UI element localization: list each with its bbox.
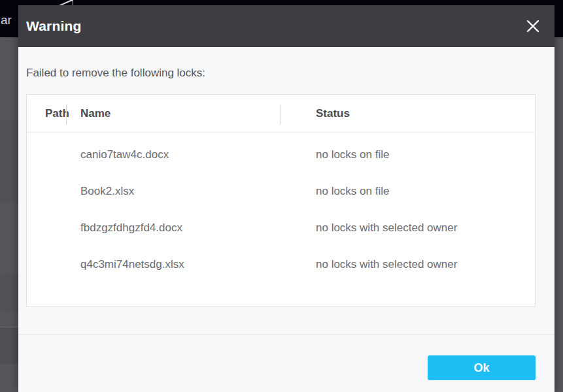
column-resize-handle	[66, 105, 67, 124]
table-body: canio7taw4c.docx no locks on file Book2.…	[27, 133, 535, 283]
table-row: q4c3mi74netsdg.xlsx no locks with select…	[27, 246, 535, 283]
cell-name: canio7taw4c.docx	[80, 148, 298, 161]
table-header-row: Path Name Status	[27, 95, 535, 133]
modal-footer: Ok	[18, 334, 554, 392]
modal-header: Warning	[18, 5, 554, 47]
table-row: fbdzgzfdhgzfd4.docx no locks with select…	[27, 210, 535, 246]
cell-name: fbdzgzfdhgzfd4.docx	[80, 221, 298, 235]
column-header-name: Name	[80, 107, 298, 120]
cell-name: Book2.xlsx	[80, 185, 298, 198]
cell-status: no locks with selected owner	[298, 258, 535, 271]
table-row: canio7taw4c.docx no locks on file	[27, 137, 535, 173]
modal-message: Failed to remove the following locks:	[26, 67, 536, 80]
cell-status: no locks on file	[298, 185, 535, 198]
cell-name: q4c3mi74netsdg.xlsx	[80, 258, 298, 271]
background-text-fragment: ar	[1, 13, 12, 27]
cell-status: no locks with selected owner	[298, 221, 535, 235]
background-sidebar-item	[0, 327, 18, 364]
table-row: Book2.xlsx no locks on file	[27, 173, 535, 210]
background-sidebar-item	[0, 121, 18, 203]
modal-body: Failed to remove the following locks: Pa…	[18, 47, 554, 334]
background-sidebar-item	[0, 274, 18, 312]
close-icon	[525, 18, 541, 34]
modal-title: Warning	[26, 18, 82, 34]
close-button[interactable]	[523, 16, 543, 36]
column-header-path: Path	[27, 107, 80, 120]
app-background: ar Warning Failed to remove the followin…	[0, 0, 563, 392]
locks-table: Path Name Status canio7taw4c.docx no loc…	[26, 94, 536, 307]
column-resize-handle	[281, 105, 281, 124]
ok-button[interactable]: Ok	[428, 355, 536, 380]
cell-status: no locks on file	[298, 148, 535, 161]
background-sidebar	[0, 37, 18, 392]
background-panel	[554, 39, 563, 392]
column-header-status: Status	[298, 107, 535, 120]
warning-modal: Warning Failed to remove the following l…	[18, 5, 554, 392]
